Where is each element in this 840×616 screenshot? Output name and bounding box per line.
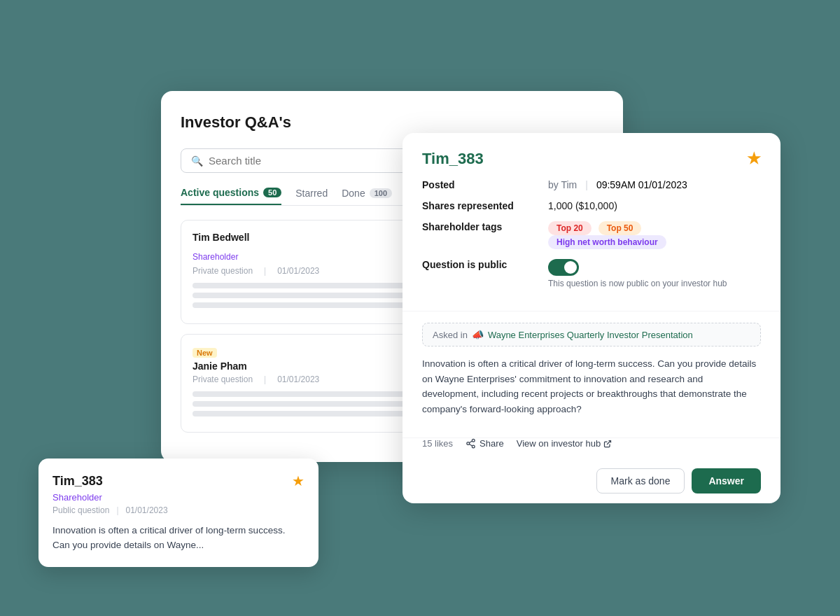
asked-in-label: Asked in — [433, 330, 468, 340]
investor-hub-link[interactable]: View on investor hub — [517, 438, 612, 449]
megaphone-icon: 📣 — [472, 329, 484, 340]
floating-username: Tim_383 — [52, 474, 103, 489]
share-button[interactable]: Share — [465, 438, 504, 449]
external-link-icon — [603, 440, 612, 448]
likes-count: 15 likes — [422, 438, 453, 449]
floating-date: 01/01/2023 — [126, 505, 168, 515]
public-toggle[interactable] — [548, 259, 579, 276]
detail-row-tags: Shareholder tags Top 20 Top 50 High net … — [422, 221, 761, 249]
floating-type: Public question — [52, 505, 109, 515]
svg-line-3 — [469, 444, 472, 446]
question-type-2: Private question — [192, 374, 253, 384]
floating-star-icon: ★ — [292, 472, 304, 489]
question-author-1: Tim Bedwell — [192, 232, 249, 243]
detail-actions: Mark as done Answer — [402, 458, 780, 503]
detail-label-tags: Shareholder tags — [422, 221, 548, 232]
mark-done-button[interactable]: Mark as done — [596, 468, 685, 493]
asked-in-bar: Asked in 📣 Wayne Enterprises Quarterly I… — [422, 323, 761, 346]
answer-button[interactable]: Answer — [692, 468, 761, 493]
detail-body: Asked in 📣 Wayne Enterprises Quarterly I… — [402, 312, 780, 438]
detail-shares-value: 1,000 ($10,000) — [548, 200, 617, 211]
skeleton-line — [192, 411, 432, 416]
detail-top: Tim_383 ★ Posted by Tim | 09:59AM 01/01/… — [402, 133, 780, 312]
question-author-2: Janie Pham — [192, 360, 247, 372]
toggle-hint: This question is now public on your inve… — [548, 279, 727, 288]
detail-stats: 15 likes Share View on investor hub — [402, 438, 780, 458]
new-badge: New — [192, 348, 217, 358]
svg-line-5 — [607, 440, 611, 444]
floating-meta: Public question | 01/01/2023 — [52, 505, 304, 515]
panel-title: Investor Q&A's — [181, 113, 603, 132]
star-filled-icon[interactable]: ★ — [747, 150, 761, 168]
detail-public-value: This question is now public on your inve… — [548, 259, 727, 288]
question-date-2: 01/01/2023 — [277, 374, 319, 384]
detail-row-public: Question is public This question is now … — [422, 259, 761, 288]
share-icon — [465, 438, 476, 449]
search-icon: 🔍 — [191, 155, 203, 167]
detail-username: Tim_383 — [422, 150, 484, 168]
tag-top20[interactable]: Top 20 — [548, 221, 592, 235]
shareholder-tag-1: Shareholder — [192, 252, 238, 262]
detail-posted-by: by Tim — [548, 179, 577, 190]
question-text: Innovation is often a critical driver of… — [422, 356, 761, 416]
svg-point-1 — [467, 442, 470, 445]
floating-shareholder-tag: Shareholder — [52, 492, 304, 503]
svg-point-0 — [472, 440, 475, 442]
detail-meta-posted: by Tim | 09:59AM 01/01/2023 — [548, 179, 687, 190]
skeleton-line — [192, 302, 432, 308]
tab-done[interactable]: Done 100 — [342, 188, 392, 204]
detail-username-row: Tim_383 ★ — [422, 150, 761, 168]
detail-posted-time: 09:59AM 01/01/2023 — [596, 179, 687, 190]
svg-line-4 — [469, 441, 472, 442]
detail-label-shares: Shares represented — [422, 200, 548, 211]
tab-active-questions[interactable]: Active questions 50 — [181, 187, 281, 205]
asked-in-link[interactable]: Wayne Enterprises Quarterly Investor Pre… — [488, 330, 693, 340]
tag-top50[interactable]: Top 50 — [598, 221, 642, 235]
svg-point-2 — [472, 445, 475, 448]
detail-tags: Top 20 Top 50 High net worth behaviour — [548, 221, 761, 249]
detail-row-posted: Posted by Tim | 09:59AM 01/01/2023 — [422, 179, 761, 190]
floating-text: Innovation is often a critical driver of… — [52, 524, 304, 553]
question-type-1: Private question — [192, 266, 253, 276]
floating-card-header: Tim_383 ★ — [52, 472, 304, 489]
detail-row-shares: Shares represented 1,000 ($10,000) — [422, 200, 761, 211]
question-date-1: 01/01/2023 — [277, 266, 319, 276]
detail-panel: Tim_383 ★ Posted by Tim | 09:59AM 01/01/… — [402, 133, 780, 503]
detail-label-posted: Posted — [422, 179, 548, 190]
floating-card: Tim_383 ★ Shareholder Public question | … — [38, 458, 318, 567]
tab-starred[interactable]: Starred — [295, 188, 328, 204]
detail-label-public: Question is public — [422, 259, 548, 270]
tag-hnw[interactable]: High net worth behaviour — [548, 235, 666, 249]
